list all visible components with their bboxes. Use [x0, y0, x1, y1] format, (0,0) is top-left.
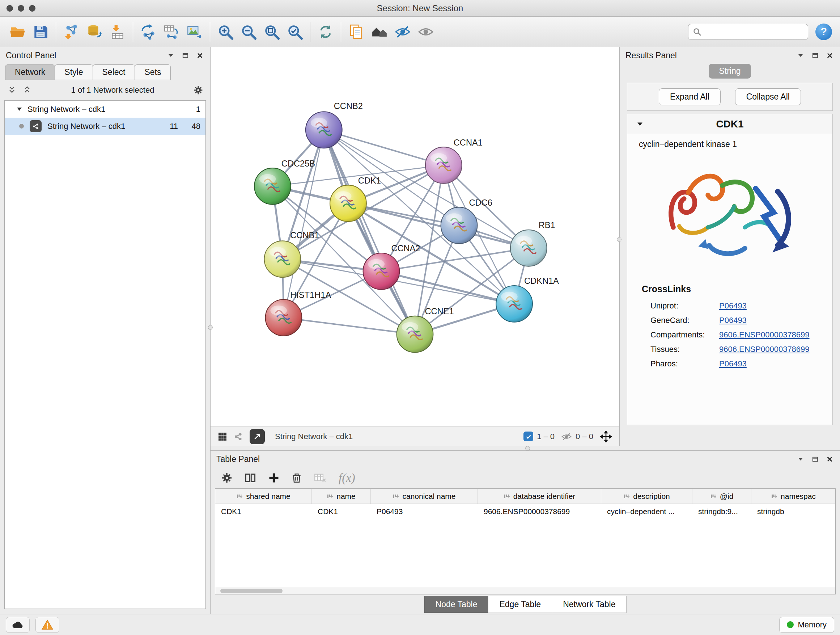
- table-cell[interactable]: CDK1: [215, 504, 312, 519]
- table-hscrollbar[interactable]: [215, 587, 835, 594]
- close-window-button[interactable]: [6, 5, 13, 11]
- network-node-CDK1[interactable]: CDK1: [330, 176, 381, 222]
- splitter-handle[interactable]: [525, 446, 530, 451]
- panel-close-button[interactable]: [825, 454, 834, 464]
- network-view-toggle-button[interactable]: [234, 432, 243, 441]
- show-all-button[interactable]: [414, 20, 437, 44]
- minimize-window-button[interactable]: [18, 5, 24, 11]
- table-settings-button[interactable]: [221, 472, 232, 483]
- table-cell[interactable]: CDK1: [312, 504, 371, 519]
- hscrollbar-thumb[interactable]: [220, 589, 283, 593]
- export-table-button[interactable]: [160, 20, 183, 44]
- network-node-HIST1H1A[interactable]: HIST1H1A: [265, 290, 332, 336]
- delete-column-button[interactable]: [292, 472, 302, 483]
- snapshot-button[interactable]: [345, 20, 368, 44]
- tab-edge-table[interactable]: Edge Table: [488, 596, 552, 613]
- network-edge-CDK1-RB1[interactable]: [348, 203, 529, 249]
- table-cell[interactable]: 9606.ENSP00000378699: [478, 504, 601, 519]
- collapse-section-icon[interactable]: [637, 121, 643, 127]
- import-network-file-button[interactable]: [60, 20, 83, 44]
- tab-style[interactable]: Style: [55, 65, 93, 80]
- network-collection-row[interactable]: String Network – cdk1 1: [5, 101, 205, 118]
- warnings-button[interactable]: [35, 617, 59, 633]
- collapse-all-button[interactable]: Collapse All: [735, 88, 801, 105]
- network-row-selected[interactable]: String Network – cdk1 11 48: [5, 118, 205, 135]
- open-session-button[interactable]: [6, 20, 29, 44]
- crosslink-link[interactable]: 9606.ENSP00000378699: [719, 345, 810, 354]
- hide-selected-button[interactable]: [391, 20, 414, 44]
- results-tab-string[interactable]: String: [709, 64, 751, 79]
- export-network-button[interactable]: [137, 20, 160, 44]
- column-header[interactable]: namespac: [752, 489, 835, 504]
- expand-all-button[interactable]: Expand All: [659, 88, 721, 105]
- gene-header[interactable]: CDK1: [627, 114, 832, 134]
- crosslink-link[interactable]: P06493: [719, 359, 747, 369]
- zoom-in-button[interactable]: [214, 20, 237, 44]
- zoom-out-button[interactable]: [237, 20, 260, 44]
- panel-menu-button[interactable]: [796, 454, 805, 464]
- network-node-RB1[interactable]: RB1: [510, 220, 555, 266]
- search-field[interactable]: [688, 24, 808, 40]
- column-header[interactable]: canonical name: [371, 489, 478, 504]
- crosslink-link[interactable]: P06493: [719, 301, 747, 310]
- horizontal-splitter[interactable]: [210, 446, 840, 450]
- pan-mode-button[interactable]: [600, 431, 612, 443]
- network-node-CCNB2[interactable]: CCNB2: [306, 101, 363, 148]
- vertical-splitter-handle[interactable]: [208, 325, 213, 330]
- delete-table-button[interactable]: [314, 473, 326, 483]
- column-header[interactable]: database identifier: [478, 489, 601, 504]
- network-options-button[interactable]: [194, 86, 203, 95]
- grid-view-button[interactable]: [218, 432, 227, 441]
- network-node-CDKN1A[interactable]: CDKN1A: [496, 276, 559, 322]
- column-header[interactable]: name: [312, 489, 371, 504]
- export-image-button[interactable]: [183, 20, 206, 44]
- expand-all-networks-button[interactable]: [7, 86, 17, 95]
- save-session-button[interactable]: [29, 20, 52, 44]
- network-edge-CCNB2-CCNA1[interactable]: [324, 130, 444, 165]
- tab-sets[interactable]: Sets: [134, 65, 171, 80]
- birdseye-view-button[interactable]: [368, 20, 391, 44]
- memory-button[interactable]: Memory: [779, 617, 834, 633]
- crosslink-link[interactable]: P06493: [719, 316, 747, 325]
- tab-node-table[interactable]: Node Table: [424, 596, 489, 613]
- table-cell[interactable]: cyclin–dependent ...: [601, 504, 692, 519]
- search-input[interactable]: [704, 27, 804, 36]
- crosslink-link[interactable]: 9606.ENSP00000378699: [719, 330, 810, 340]
- selected-checkbox-icon[interactable]: [523, 432, 533, 441]
- tree-expander-icon[interactable]: [16, 106, 22, 112]
- network-edge-CCNB2-HIST1H1A[interactable]: [284, 130, 324, 318]
- column-header[interactable]: description: [601, 489, 692, 504]
- tab-select[interactable]: Select: [93, 65, 135, 80]
- tab-network-table[interactable]: Network Table: [552, 596, 627, 613]
- network-edge-CCNB2-CCNE1[interactable]: [324, 130, 415, 334]
- panel-float-button[interactable]: [180, 51, 190, 60]
- panel-float-button[interactable]: [810, 51, 820, 60]
- table-cell[interactable]: stringdb: [752, 504, 835, 519]
- function-builder-button[interactable]: f(x): [339, 471, 355, 485]
- import-table-button[interactable]: [106, 20, 129, 44]
- refresh-layout-button[interactable]: [314, 20, 337, 44]
- panel-close-button[interactable]: [195, 51, 204, 60]
- network-node-CCNA1[interactable]: CCNA1: [425, 138, 483, 184]
- panel-close-button[interactable]: [825, 51, 834, 60]
- cloud-status-button[interactable]: [6, 617, 30, 633]
- table-cell[interactable]: stringdb:9...: [692, 504, 752, 519]
- table-cell[interactable]: P06493: [371, 504, 478, 519]
- panel-float-button[interactable]: [810, 454, 820, 464]
- show-columns-button[interactable]: [245, 473, 256, 483]
- panel-menu-button[interactable]: [166, 51, 175, 60]
- network-node-CDC25B[interactable]: CDC25B: [254, 159, 315, 204]
- detach-view-button[interactable]: [249, 429, 265, 444]
- column-header[interactable]: @id: [692, 489, 752, 504]
- tab-network[interactable]: Network: [5, 65, 55, 80]
- table-row[interactable]: CDK1CDK1P064939606.ENSP00000378699cyclin…: [215, 504, 835, 519]
- vertical-splitter-handle[interactable]: [617, 237, 622, 242]
- network-graph[interactable]: CCNB2CCNA1CDC25BCDK1CDC6RB1CCNB1CCNA2CDK…: [210, 47, 619, 426]
- network-edge-HIST1H1A-CCNE1[interactable]: [284, 318, 415, 334]
- zoom-selected-button[interactable]: [283, 20, 306, 44]
- column-header[interactable]: shared name: [215, 489, 312, 504]
- help-button[interactable]: ?: [815, 24, 832, 40]
- add-column-button[interactable]: [268, 472, 279, 483]
- import-network-database-button[interactable]: [83, 20, 106, 44]
- zoom-fit-button[interactable]: [260, 20, 283, 44]
